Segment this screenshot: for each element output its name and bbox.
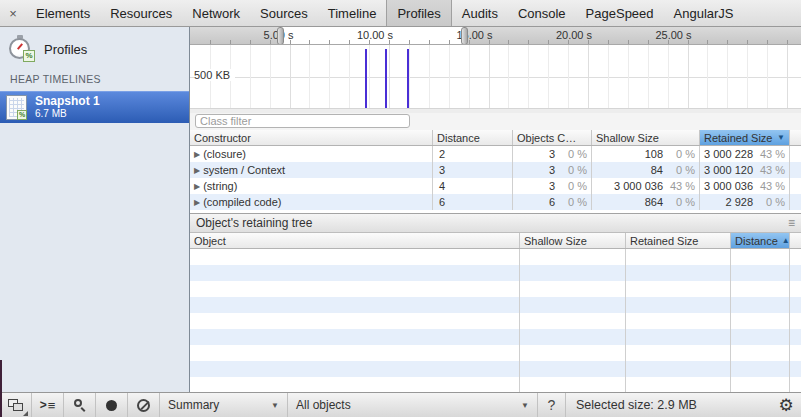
tab-console[interactable]: Console: [508, 0, 576, 26]
retaining-tree-body[interactable]: [190, 249, 801, 392]
perspective-select-value: Summary: [168, 398, 219, 412]
window-edge-decoration: [0, 360, 2, 417]
disclosure-triangle-icon[interactable]: ▶: [194, 182, 200, 191]
snapshot-event-marker[interactable]: [385, 49, 387, 108]
column-header-retained-size[interactable]: Retained Size ▼: [700, 130, 790, 145]
shallow-size-value: 3 000 036: [614, 180, 663, 192]
snapshot-event-marker[interactable]: [365, 49, 367, 108]
column-header-objects-count[interactable]: Objects C…: [513, 130, 592, 145]
overview-ruler[interactable]: 5.00 s10.00 s15.00 s20.00 s25.00 s: [190, 27, 801, 45]
clear-profiles-button[interactable]: [128, 393, 160, 417]
clear-icon: [137, 399, 150, 412]
search-icon: [73, 398, 87, 412]
ruler-tick: [528, 40, 529, 44]
ruler-tick: [648, 40, 649, 44]
section-grip-icon[interactable]: ≡: [788, 216, 795, 230]
ruler-tick: [508, 40, 509, 44]
help-button[interactable]: ?: [538, 393, 566, 417]
disclosure-triangle-icon[interactable]: ▶: [194, 150, 200, 159]
close-devtools-button[interactable]: ×: [0, 0, 26, 26]
chart-gridline: [648, 45, 649, 108]
snapshot-icon: %: [6, 95, 27, 120]
column-header-tree-shallow-size[interactable]: Shallow Size: [520, 233, 626, 248]
shallow-size-percent: 43 %: [663, 180, 699, 192]
tab-timeline[interactable]: Timeline: [318, 0, 387, 26]
retaining-tree-title: Object's retaining tree: [196, 216, 312, 230]
bottom-statusbar: >≡ Summary ▼ All objects ▼ ? Selected si…: [0, 392, 801, 417]
column-header-shallow-size[interactable]: Shallow Size: [592, 130, 700, 145]
constructor-row[interactable]: ▶(string)430 %3 000 03643 %3 000 03643 %: [190, 178, 801, 194]
retained-size-percent: 43 %: [753, 180, 789, 192]
perspective-select[interactable]: Summary ▼: [160, 393, 288, 417]
objects-count-percent: 0 %: [555, 180, 591, 192]
column-divider: [519, 249, 520, 392]
dock-side-button[interactable]: [0, 393, 32, 417]
column-header-tree-retained-size[interactable]: Retained Size: [626, 233, 731, 248]
ruler-time-label: 20.00 s: [556, 29, 592, 41]
column-header-filler: [790, 130, 801, 145]
profiles-sidebar: % Profiles HEAP TIMELINES % Snapshot 1 6…: [0, 27, 190, 392]
tab-network[interactable]: Network: [182, 0, 250, 26]
column-header-constructor[interactable]: Constructor: [190, 130, 433, 145]
ruler-tick: [449, 40, 450, 44]
tab-audits[interactable]: Audits: [452, 0, 508, 26]
tab-list: ElementsResourcesNetworkSourcesTimelineP…: [26, 0, 744, 26]
heap-overview-chart[interactable]: 500 KB: [190, 45, 801, 108]
selection-left-handle[interactable]: [277, 27, 284, 45]
chart-gridline: [628, 45, 629, 108]
constructor-name: system / Context: [203, 164, 285, 176]
selection-right-handle[interactable]: [461, 27, 468, 45]
record-heap-snapshot-button[interactable]: [96, 393, 128, 417]
ruler-time-label: 25.00 s: [655, 29, 691, 41]
ruler-tick: [230, 40, 231, 44]
ruler-tick: [210, 40, 211, 44]
tab-pagespeed[interactable]: PageSpeed: [576, 0, 664, 26]
column-header-distance[interactable]: Distance: [433, 130, 513, 145]
chart-gridline: [349, 45, 350, 108]
chart-gridline: [688, 45, 689, 108]
snapshot-name: Snapshot 1: [35, 95, 100, 108]
shallow-size-value: 864: [645, 196, 663, 208]
ruler-tick: [767, 40, 768, 44]
disclosure-triangle-icon[interactable]: ▶: [194, 166, 200, 175]
tab-angularjs[interactable]: AngularJS: [664, 0, 744, 26]
search-button[interactable]: [64, 393, 96, 417]
column-divider: [730, 249, 731, 392]
ruler-tick: [548, 40, 549, 44]
console-drawer-icon: >≡: [40, 398, 56, 413]
toggle-console-button[interactable]: >≡: [32, 393, 64, 417]
column-header-tree-distance[interactable]: Distance ▲: [731, 233, 790, 248]
constructor-row[interactable]: ▶(compiled code)660 %8640 %2 9280 %: [190, 194, 801, 210]
profiles-title: Profiles: [44, 42, 87, 57]
chart-gridline: [528, 45, 529, 108]
constructor-row[interactable]: ▶system / Context330 %840 %3 000 12043 %: [190, 162, 801, 178]
chart-gridline: [270, 45, 271, 108]
chart-gridline: [429, 45, 430, 108]
row-filler: [790, 162, 801, 178]
class-filter-input[interactable]: [195, 114, 410, 128]
column-header-filler: [790, 233, 801, 248]
panel-tabbar: × ElementsResourcesNetworkSourcesTimelin…: [0, 0, 801, 27]
tab-resources[interactable]: Resources: [100, 0, 182, 26]
column-divider: [789, 249, 790, 392]
disclosure-triangle-icon[interactable]: ▶: [194, 198, 200, 207]
tab-profiles[interactable]: Profiles: [386, 0, 451, 26]
tab-elements[interactable]: Elements: [26, 0, 100, 26]
memory-gridline: [190, 77, 801, 78]
snapshot-event-marker[interactable]: [407, 49, 409, 108]
retaining-tree-header: Object Shallow Size Retained Size Distan…: [190, 233, 801, 249]
retained-size-percent: 0 %: [753, 196, 789, 208]
chart-gridline: [469, 45, 470, 108]
sidebar-item-snapshot-1[interactable]: % Snapshot 1 6.7 MB: [0, 91, 189, 123]
tab-sources[interactable]: Sources: [250, 0, 318, 26]
column-header-object[interactable]: Object: [190, 233, 520, 248]
filter-toolbar: [190, 113, 801, 130]
settings-gear-button[interactable]: ⚙: [771, 393, 801, 417]
objects-filter-select[interactable]: All objects ▼: [288, 393, 538, 417]
memory-gridline-label: 500 KB: [194, 69, 235, 81]
constructor-row[interactable]: ▶(closure)230 %1080 %3 000 22843 %: [190, 146, 801, 162]
ruler-tick: [707, 40, 708, 44]
shallow-size-value: 84: [651, 164, 663, 176]
snapshot-size: 6.7 MB: [35, 108, 100, 120]
distance-value: 3: [433, 162, 513, 178]
